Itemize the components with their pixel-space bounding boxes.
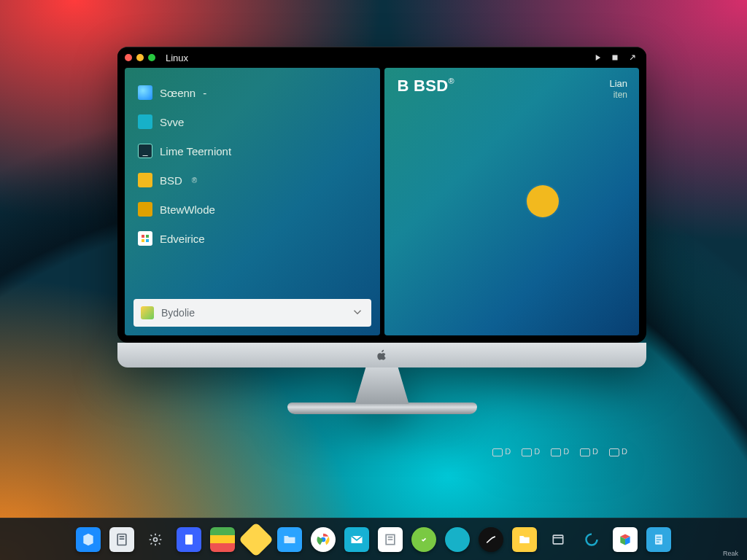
search-label: Bydolie <box>161 307 351 319</box>
swirl-app[interactable] <box>579 527 604 552</box>
imac-stand-foot <box>287 402 477 414</box>
grid-icon <box>138 231 152 246</box>
docs-app[interactable] <box>177 527 201 552</box>
bezel-tag: D <box>522 447 540 456</box>
bezel-tag: D <box>551 447 569 456</box>
svg-point-6 <box>154 537 158 541</box>
folder-icon <box>138 173 152 187</box>
mail-app[interactable] <box>344 527 369 552</box>
traffic-lights[interactable] <box>125 54 155 61</box>
svg-rect-11 <box>553 535 562 544</box>
headline-text: B BSD <box>398 77 449 95</box>
chevron-down-icon <box>351 306 364 321</box>
badge-icon <box>138 202 152 217</box>
menu-item-edveirice[interactable]: Edveirice <box>133 224 371 253</box>
menu-label: Lime Teerniont <box>160 145 231 158</box>
bezel-tag: D <box>609 447 627 456</box>
box-app[interactable] <box>613 527 638 552</box>
shield-app[interactable] <box>411 527 436 552</box>
bezel-tag: D <box>580 447 598 456</box>
doc2-app[interactable] <box>646 527 671 552</box>
corner-labels: Lian iten <box>609 78 627 101</box>
circle-app[interactable] <box>445 527 470 552</box>
app-menu: Sœenn - Svve _ Lime Teerniont BSD ® <box>133 78 371 253</box>
menu-label: BtewWlode <box>160 203 215 216</box>
bezel-tag-row: D D D D D <box>492 447 627 456</box>
headline-mark: ® <box>448 77 454 85</box>
play-icon[interactable] <box>591 51 604 64</box>
notes-app[interactable] <box>109 527 134 552</box>
search-app-icon <box>141 306 154 319</box>
minimize-icon[interactable] <box>136 54 144 61</box>
svg-rect-3 <box>142 239 144 242</box>
note2-app[interactable] <box>378 527 403 552</box>
window-app[interactable] <box>546 527 570 552</box>
left-panel: Sœenn - Svve _ Lime Teerniont BSD ® <box>125 68 380 335</box>
terminal-icon: _ <box>138 144 152 158</box>
square-icon <box>138 114 152 129</box>
apple-logo-icon <box>376 349 388 362</box>
sheets-app[interactable] <box>210 527 235 552</box>
menu-label: BSD <box>160 174 182 187</box>
svg-rect-4 <box>146 239 149 242</box>
expand-icon[interactable] <box>626 51 639 64</box>
corner-secondary: iten <box>609 90 627 101</box>
svg-rect-1 <box>142 235 144 238</box>
globe-icon <box>138 85 152 100</box>
imac-stand-neck <box>355 368 409 404</box>
bezel-tag: D <box>492 447 511 456</box>
menu-label: Sœenn <box>160 87 196 99</box>
menu-item-sceenn[interactable]: Sœenn - <box>133 78 371 107</box>
zoom-icon[interactable] <box>148 54 155 61</box>
svg-rect-2 <box>146 235 149 238</box>
menu-item-bsd[interactable]: BSD ® <box>133 166 371 195</box>
screen-bezel: Linux Sœenn - <box>117 47 646 343</box>
panel-headline: B BSD® <box>398 77 454 96</box>
menu-label: Edveirice <box>160 233 205 245</box>
workspace-split: Sœenn - Svve _ Lime Teerniont BSD ® <box>125 68 639 335</box>
window-title: Linux <box>166 52 188 63</box>
corner-primary: Lian <box>609 78 627 90</box>
chrome-app[interactable] <box>311 527 336 552</box>
dock-reak-label: Reak <box>723 550 738 557</box>
svg-rect-0 <box>613 55 618 61</box>
diamond-app[interactable] <box>239 521 274 556</box>
menu-suffix: - <box>203 87 206 99</box>
svg-rect-7 <box>185 534 193 544</box>
imac-monitor: Linux Sœenn - <box>117 47 646 439</box>
close-icon[interactable] <box>125 54 132 61</box>
gear-app[interactable] <box>143 527 168 552</box>
files2-app[interactable] <box>512 527 537 552</box>
sun-dot <box>527 185 559 217</box>
folder-app[interactable] <box>277 527 302 552</box>
cube-app[interactable] <box>76 527 101 552</box>
menu-item-svve[interactable]: Svve <box>133 107 371 136</box>
menu-suffix: ® <box>192 176 197 184</box>
menu-item-btew[interactable]: BtewWlode <box>133 195 371 224</box>
imac-chin <box>117 343 646 368</box>
dock: Reak <box>0 518 747 560</box>
search-row[interactable]: Bydolie <box>133 299 371 327</box>
obsidian-app[interactable] <box>479 527 503 552</box>
window-titlebar: Linux <box>117 47 646 68</box>
right-panel: B BSD® Lian iten <box>384 68 640 335</box>
stop-icon[interactable] <box>608 51 622 64</box>
menu-label: Svve <box>160 116 184 128</box>
menu-item-terminal[interactable]: _ Lime Teerniont <box>133 136 371 166</box>
